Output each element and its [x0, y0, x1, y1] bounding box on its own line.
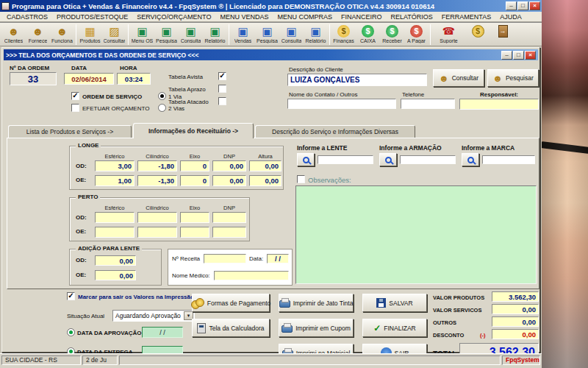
- menu-produtos-estoque[interactable]: PRODUTOS/ESTOQUE: [52, 13, 132, 21]
- toolbar-coin[interactable]: [468, 24, 487, 38]
- perto-od-esferico-field[interactable]: [95, 212, 135, 223]
- print-coupon-button[interactable]: Imprimir em Cupom: [279, 319, 354, 337]
- perto-od-dnp-field[interactable]: [212, 212, 246, 223]
- order-number-field[interactable]: 33: [10, 72, 57, 85]
- responsible-combo[interactable]: [459, 99, 539, 110]
- print-inkjet-button[interactable]: Imprimir de Jato Tinta: [279, 294, 354, 312]
- adicao-oe-field[interactable]: 0,00: [95, 270, 136, 280]
- observations-checkbox[interactable]: [297, 175, 305, 183]
- toolbar-consultar-produto[interactable]: Consultar: [102, 24, 126, 43]
- outros-field[interactable]: 0,00: [492, 316, 539, 327]
- desconto-field[interactable]: 0,00: [492, 329, 539, 339]
- contact-field[interactable]: [287, 99, 396, 109]
- perto-od-eixo-field[interactable]: [180, 212, 209, 223]
- toolbar-vendas-relatorio[interactable]: Relatório: [304, 24, 328, 43]
- valor-servicos-field[interactable]: 0,00: [492, 304, 539, 314]
- dialog-close-button[interactable]: ×: [525, 51, 536, 60]
- calculator-button[interactable]: Tela da Calculadora: [192, 319, 270, 337]
- armacao-field[interactable]: [400, 155, 456, 164]
- longe-od-esferico-field[interactable]: 3,00: [95, 160, 135, 171]
- longe-od-cilindrico-field[interactable]: -1,80: [137, 160, 177, 171]
- phone-field[interactable]: [401, 99, 455, 109]
- minimize-button[interactable]: –: [506, 1, 517, 10]
- approval-date-radio[interactable]: [67, 328, 75, 336]
- one-copy-radio[interactable]: [158, 92, 166, 100]
- receita-doctor-field[interactable]: [214, 271, 289, 280]
- situacao-combo[interactable]: Aguardando Aprovação: [112, 310, 195, 322]
- toolbar-exit[interactable]: [493, 24, 512, 38]
- dialog-minimize-button[interactable]: –: [501, 51, 512, 60]
- toolbar-vendas-consulta[interactable]: Consulta: [279, 24, 304, 43]
- table-cash-checkbox[interactable]: [218, 72, 226, 80]
- toolbar-a-pagar[interactable]: A Pagar: [404, 24, 429, 43]
- print-values-checkbox[interactable]: [67, 292, 75, 300]
- order-date-field[interactable]: 02/06/2014: [64, 73, 114, 85]
- tab-products-services[interactable]: Lista de Produtos e Serviços ->: [8, 125, 132, 138]
- toolbar-receber[interactable]: Receber: [380, 24, 404, 43]
- toolbar-caixa[interactable]: CAIXA: [356, 24, 380, 43]
- perto-od-cilindrico-field[interactable]: [137, 212, 177, 223]
- toolbar-menu-os[interactable]: Menu OS: [130, 24, 154, 43]
- order-time-field[interactable]: 03:24: [117, 73, 151, 85]
- approval-date-field[interactable]: / /: [142, 327, 183, 338]
- menu-ajuda[interactable]: AJUDA: [495, 13, 526, 21]
- toolbar-fornecedores[interactable]: Fornece: [26, 24, 50, 43]
- toolbar-os-consulta[interactable]: Consulta: [179, 24, 203, 43]
- toolbar-produtos[interactable]: Produtos: [78, 24, 102, 43]
- valor-produtos-field[interactable]: 3.562,30: [492, 291, 539, 302]
- toolbar-suporte[interactable]: Suporte: [437, 24, 461, 43]
- longe-oe-altura-field[interactable]: 0,00: [249, 175, 282, 186]
- toolbar-os-pesquisa[interactable]: Pesquisa: [154, 24, 179, 43]
- armacao-search-button[interactable]: [379, 153, 397, 166]
- menu-servico-orcamento[interactable]: SERVIÇO/ORÇAMENTO: [132, 13, 215, 21]
- marca-search-button[interactable]: [462, 153, 479, 166]
- tab-service-description[interactable]: Descrição do Serviço e Informações Diver…: [255, 125, 415, 138]
- menu-compras[interactable]: MENU COMPRAS: [273, 13, 337, 21]
- perto-oe-cilindrico-field[interactable]: [137, 227, 177, 238]
- service-order-checkbox[interactable]: [71, 92, 79, 100]
- lente-search-button[interactable]: [297, 153, 315, 166]
- toolbar-financas[interactable]: Finanças: [331, 24, 356, 43]
- finish-button[interactable]: FINALIZAR: [362, 319, 427, 337]
- perto-oe-dnp-field[interactable]: [212, 227, 246, 238]
- menu-ferramentas[interactable]: FERRAMENTAS: [437, 13, 495, 21]
- perto-oe-esferico-field[interactable]: [95, 227, 135, 238]
- lente-field[interactable]: [318, 155, 373, 164]
- close-button[interactable]: ×: [529, 1, 540, 10]
- search-button[interactable]: Pesquisar: [487, 69, 539, 87]
- toolbar-label: Pesquisa: [156, 38, 177, 43]
- longe-oe-dnp-field[interactable]: 0,00: [212, 175, 246, 186]
- perto-oe-eixo-field[interactable]: [180, 227, 209, 238]
- longe-oe-eixo-field[interactable]: 0: [180, 175, 209, 186]
- payment-methods-button[interactable]: Formas de Pagamento: [192, 294, 270, 312]
- menu-relatorios[interactable]: RELATÓRIOS: [386, 13, 437, 21]
- marca-field[interactable]: [482, 155, 535, 164]
- dialog-maximize-button[interactable]: □: [513, 51, 524, 60]
- client-name-field[interactable]: LUIZA GONÇALVES: [287, 74, 427, 86]
- menu-cadastros[interactable]: CADASTROS: [2, 13, 52, 21]
- toolbar-funcionarios[interactable]: Funciona: [50, 24, 74, 43]
- tab-prescription[interactable]: Informações do Receituário ->: [133, 123, 254, 138]
- toolbar-clientes[interactable]: Clientes: [1, 24, 26, 43]
- longe-od-eixo-field[interactable]: 0: [180, 160, 209, 171]
- menu-vendas[interactable]: MENU VENDAS: [215, 13, 273, 21]
- table-term-checkbox[interactable]: [218, 85, 226, 93]
- toolbar-vendas[interactable]: Vendas: [231, 24, 255, 43]
- adicao-od-field[interactable]: 0,00: [95, 255, 136, 266]
- consult-button[interactable]: Consultar: [433, 69, 484, 87]
- receita-date-field[interactable]: / /: [267, 254, 289, 263]
- table-wholesale-checkbox[interactable]: [218, 97, 226, 105]
- longe-od-altura-field[interactable]: 0,00: [249, 160, 282, 171]
- observations-textarea[interactable]: [295, 185, 537, 284]
- maximize-button[interactable]: □: [517, 1, 528, 10]
- two-copies-radio[interactable]: [158, 104, 166, 112]
- toolbar-vendas-pesquisa[interactable]: Pesquisa: [255, 24, 279, 43]
- longe-od-dnp-field[interactable]: 0,00: [212, 160, 246, 171]
- toolbar-os-relatorio[interactable]: Relatório: [203, 24, 227, 43]
- save-button[interactable]: SALVAR: [362, 294, 427, 312]
- budget-checkbox[interactable]: [71, 104, 79, 112]
- longe-oe-esferico-field[interactable]: 1,00: [95, 175, 135, 186]
- menu-financeiro[interactable]: FINANCEIRO: [337, 13, 387, 21]
- receita-num-field[interactable]: [204, 254, 246, 263]
- longe-oe-cilindrico-field[interactable]: -1,30: [137, 175, 177, 186]
